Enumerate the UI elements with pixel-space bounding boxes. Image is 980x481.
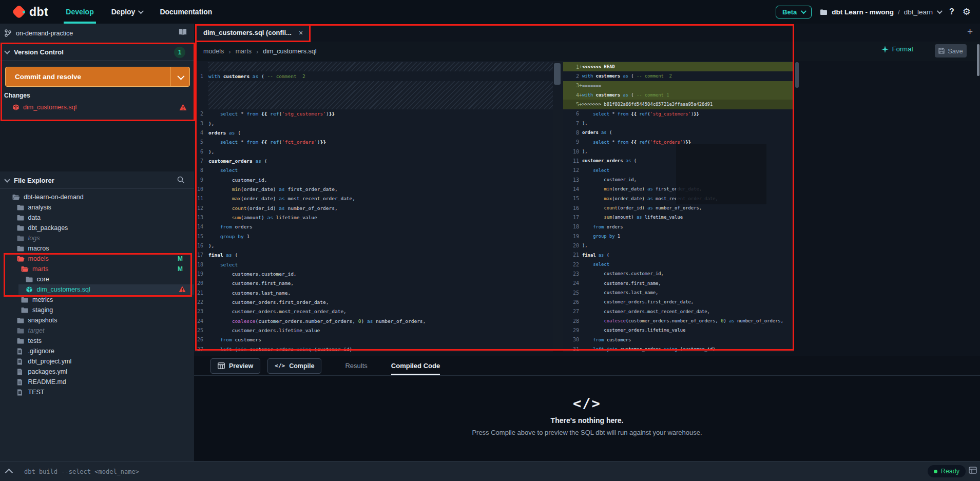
folder-icon <box>17 245 25 252</box>
panel-toggle-icon[interactable] <box>969 467 977 476</box>
code-line: 19 customers.customer_id, <box>194 269 553 278</box>
branch-selector[interactable]: on-demand-practice <box>5 29 73 37</box>
new-tab-button[interactable]: + <box>967 26 973 37</box>
tab-compiled-code[interactable]: Compiled Code <box>391 356 440 375</box>
project-selector[interactable]: dbt Learn - mwong / dbt_learn <box>820 8 941 16</box>
folder-icon <box>17 317 25 323</box>
tree-item-dbt-project-yml[interactable]: dbt_project.yml <box>0 356 194 367</box>
tree-item-label: dim_customers.sql <box>37 286 90 293</box>
tree-item-core[interactable]: core <box>0 274 194 284</box>
tree-item-models[interactable]: modelsM <box>0 254 194 264</box>
search-icon[interactable] <box>177 176 185 186</box>
gear-icon[interactable]: ⚙ <box>963 6 971 17</box>
tree-item-label: macros <box>28 245 49 252</box>
model-cube-icon <box>12 104 20 111</box>
tree-item-label: dbt_project.yml <box>28 358 72 365</box>
nav-documentation[interactable]: Documentation <box>160 0 212 24</box>
tree-item-dbt-packages[interactable]: dbt_packages <box>0 223 194 233</box>
chevron-down-icon <box>937 8 943 14</box>
tree-item--gitignore[interactable]: .gitignore <box>0 346 194 356</box>
chevron-down-icon <box>177 72 184 80</box>
folder-icon <box>21 307 29 313</box>
folder-icon <box>17 328 25 334</box>
command-input[interactable]: dbt build --select <model_name> <box>24 468 139 475</box>
folder-icon <box>17 235 25 241</box>
compile-button[interactable]: </> Compile <box>267 358 321 374</box>
empty-state-title: There's nothing here. <box>194 416 980 425</box>
code-line: 7), <box>563 119 794 128</box>
file-explorer-title: File Explorer <box>14 177 54 184</box>
tree-item-readme-md[interactable]: README.md <box>0 377 194 387</box>
tree-item-label: analysis <box>28 204 51 211</box>
tree-item-test[interactable]: TEST <box>0 387 194 397</box>
changes-label: Changes <box>4 92 30 99</box>
tree-item-data[interactable]: data <box>0 213 194 223</box>
format-button[interactable]: Format <box>881 45 913 53</box>
code-line: 22 select <box>563 260 794 269</box>
tree-item-staging[interactable]: staging <box>0 305 194 315</box>
editor-left-pane[interactable]: 1with customers as ( -- comment 22 selec… <box>194 61 553 352</box>
code-icon: </> <box>275 362 285 369</box>
tree-item-target[interactable]: target <box>0 325 194 336</box>
breadcrumb-file[interactable]: dim_customers.sql <box>263 48 316 55</box>
code-line: 28 coalesce(customer_orders.number_of_or… <box>563 316 794 325</box>
breadcrumb-marts[interactable]: marts <box>236 48 252 55</box>
main-panel: dim_customers.sql (confli... × + models … <box>194 24 980 461</box>
tree-item-label: metrics <box>32 296 53 303</box>
code-line: 13 sum(amount) as lifetime_value <box>194 213 553 222</box>
save-button[interactable]: Save <box>935 44 967 57</box>
tree-item-dbt-learn-on-demand[interactable]: dbt-learn-on-demand <box>0 192 194 202</box>
changed-file-name: dim_customers.sql <box>23 104 76 111</box>
left-pane-scrollbar[interactable] <box>553 61 563 351</box>
tree-item-packages-yml[interactable]: packages.yml <box>0 367 194 377</box>
tree-item-logs[interactable]: logs <box>0 233 194 243</box>
scrollbar-thumb[interactable] <box>554 63 561 85</box>
tree-item-metrics[interactable]: metrics <box>0 295 194 305</box>
commit-options-dropdown[interactable] <box>170 67 189 86</box>
changed-file-row[interactable]: dim_customers.sql <box>0 102 194 113</box>
code-line: 8orders as ( <box>563 128 794 137</box>
dbt-logo-text: dbt <box>29 5 48 19</box>
save-icon <box>938 48 945 54</box>
tree-item-snapshots[interactable]: snapshots <box>0 315 194 325</box>
diff-filler-row <box>194 90 553 100</box>
commit-and-resolve-button[interactable]: Commit and resolve <box>5 67 190 87</box>
breadcrumb-models[interactable]: models <box>203 48 224 55</box>
editor-scrollbar-thumb[interactable] <box>795 62 799 88</box>
tree-item-label: snapshots <box>28 317 57 324</box>
code-line: 27 left join customer_orders using (cust… <box>194 344 553 352</box>
window-scrollbar-thumb[interactable] <box>977 44 979 76</box>
tab-dim-customers[interactable]: dim_customers.sql (confli... × <box>197 24 310 42</box>
chevron-down-icon <box>4 48 10 54</box>
help-icon[interactable]: ? <box>949 7 954 16</box>
code-line: 6), <box>194 147 553 156</box>
tree-item-analysis[interactable]: analysis <box>0 202 194 213</box>
tree-item-macros[interactable]: macros <box>0 243 194 254</box>
code-line: 24 coalesce(customer_orders.number_of_or… <box>194 316 553 325</box>
nav-deploy[interactable]: Deploy <box>111 0 143 24</box>
tree-item-tests[interactable]: tests <box>0 336 194 346</box>
editor-right-pane[interactable]: 1+<<<<<<< HEAD2with customers as ( -- co… <box>563 61 794 352</box>
code-line: 14 from orders <box>194 222 553 232</box>
docs-book-icon[interactable] <box>178 28 187 38</box>
tree-item-marts[interactable]: martsM <box>0 264 194 274</box>
nav-develop[interactable]: Develop <box>66 0 93 24</box>
close-icon[interactable]: × <box>299 29 303 37</box>
version-control-header[interactable]: Version Control <box>0 43 194 61</box>
tab-results[interactable]: Results <box>345 356 367 375</box>
dbt-logo[interactable]: dbt <box>12 5 48 19</box>
tree-item-label: packages.yml <box>28 368 67 375</box>
code-line: 16), <box>194 241 553 250</box>
chevron-up-icon[interactable] <box>5 469 13 477</box>
folder-open-icon <box>12 194 20 200</box>
changes-count-badge: 1 <box>174 47 185 58</box>
beta-toggle[interactable]: Beta <box>776 6 812 18</box>
file-explorer-header[interactable]: File Explorer <box>0 171 194 189</box>
code-line: 2with customers as ( -- comment 2 <box>563 71 794 81</box>
editor-toolbar: models › marts › dim_customers.sql Forma… <box>194 42 980 61</box>
status-badge: Ready <box>928 465 966 477</box>
preview-button[interactable]: Preview <box>210 358 260 374</box>
tree-item-dim-customers-sql[interactable]: dim_customers.sql <box>0 284 194 295</box>
table-icon <box>218 362 225 369</box>
tree-item-label: tests <box>28 337 42 344</box>
